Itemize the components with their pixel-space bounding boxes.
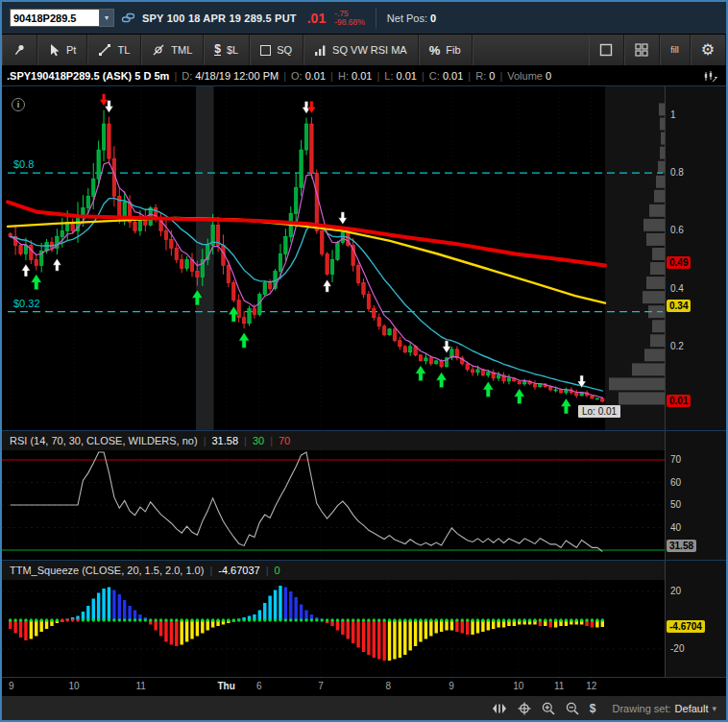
ttm-title: TTM_Squeeze (CLOSE, 20, 1.5, 2.0, 1.0)	[10, 565, 204, 576]
dollar-axis-button[interactable]: $	[590, 702, 596, 715]
chart-style-button[interactable]	[703, 70, 717, 83]
drawing-set-label: Drawing set:	[612, 703, 670, 714]
trendline-midline-tool-button[interactable]: TML	[141, 35, 204, 65]
ttm-squeeze-panel: TTM_Squeeze (CLOSE, 20, 1.5, 2.0, 1.0) |…	[2, 560, 726, 677]
field-label: C:	[429, 70, 440, 82]
button-label: SQ VW RSI MA	[332, 44, 407, 56]
cursor-icon	[48, 43, 61, 57]
zoom-out-icon	[566, 702, 579, 715]
time-axis-label: 6	[256, 681, 262, 691]
drawing-set-selector[interactable]: Drawing set: Default ▾	[612, 703, 716, 714]
price-chart[interactable]: $0.8$0.32	[2, 86, 665, 430]
time-axis-label: 11	[136, 681, 146, 691]
zoom-in-icon	[542, 702, 555, 715]
rsi-axis[interactable]: 7060504031.58	[665, 431, 726, 560]
field-value: 0.01	[305, 70, 326, 82]
toolbar-spacer	[473, 35, 590, 65]
axis-tick: 0.2	[670, 341, 684, 351]
net-pos-label: Net Pos:	[387, 12, 427, 24]
chart-style-icon	[703, 70, 717, 83]
field-value: 0.01	[443, 70, 463, 82]
fib-tool-button[interactable]: % Fib	[419, 35, 473, 65]
instrument-description: SPY 100 18 APR 19 289.5 PUT	[142, 12, 297, 24]
pan-button[interactable]	[492, 703, 507, 714]
time-axis-label: 10	[68, 681, 79, 691]
single-chart-layout-button[interactable]	[589, 35, 624, 65]
price-plot-area: $0.8$0.32 i Lo: 0.01	[2, 86, 665, 430]
field-label: R:	[475, 70, 486, 82]
axis-badge: 0.01	[667, 395, 691, 407]
time-axis-label: 11	[554, 681, 564, 691]
time-axis-label: 9	[449, 681, 454, 691]
grid-icon	[635, 43, 648, 57]
zoom-in-button[interactable]	[542, 702, 555, 715]
info-icon[interactable]: i	[12, 98, 25, 111]
zoom-out-button[interactable]	[566, 702, 579, 715]
studies-preset-button[interactable]: SQ VW RSI MA	[303, 35, 419, 65]
fill-label: fill	[670, 45, 679, 55]
pan-arrows-icon	[492, 703, 507, 714]
drawing-toolbar: Pt TL TML $ $L SQ SQ VW RSI MA % Fib	[2, 35, 726, 66]
rsi-header[interactable]: RSI (14, 70, 30, CLOSE, WILDERS, no) | 3…	[2, 431, 665, 450]
ttm-squeeze-chart[interactable]	[2, 580, 665, 677]
price-chart-panel: $0.8$0.32 i Lo: 0.01 10.80.60.40.20.490.…	[2, 85, 726, 430]
grid-layout-button[interactable]	[624, 35, 660, 65]
percent-icon: %	[429, 43, 441, 58]
button-label: TML	[171, 44, 192, 56]
fill-option-button[interactable]: fill	[660, 35, 691, 65]
field-value: 0	[546, 70, 551, 82]
symbol-dropdown-icon[interactable]: ▾	[100, 9, 114, 27]
button-label: $L	[227, 44, 238, 56]
axis-tick: 0.6	[670, 225, 684, 235]
rsi-chart[interactable]	[2, 450, 665, 560]
time-axis[interactable]: 91011Thu6789101112	[2, 677, 726, 695]
axis-tick: 50	[670, 499, 681, 510]
time-axis-label: 7	[318, 681, 324, 691]
pin-button[interactable]	[2, 35, 37, 65]
field-value: 0.01	[397, 70, 417, 82]
rsi-value: 31.58	[212, 435, 239, 446]
ttm-axis[interactable]: 20-20-4.6704	[665, 561, 726, 677]
button-label: TL	[117, 44, 130, 56]
symbol-input[interactable]	[10, 9, 100, 27]
time-axis-label: Thu	[217, 681, 234, 691]
field-label: O:	[291, 70, 303, 82]
ttm-header[interactable]: TTM_Squeeze (CLOSE, 20, 1.5, 2.0, 1.0) |…	[2, 561, 665, 580]
price-level-tool-button[interactable]: $ $L	[204, 35, 250, 65]
field-label: L:	[384, 70, 393, 82]
chart-symbol-title: .SPY190418P289.5 (ASK) 5 D 5m	[7, 70, 169, 82]
settings-button[interactable]: ⚙	[691, 35, 726, 65]
pointer-tool-button[interactable]: Pt	[37, 35, 87, 65]
button-label: Fib	[446, 44, 460, 56]
svg-text:$0.8: $0.8	[13, 158, 34, 170]
price-level-icon: $	[214, 44, 221, 56]
rsi-lower-band-value: 30	[253, 435, 264, 446]
axis-badge: 0.34	[667, 300, 691, 312]
axis-tick: 70	[670, 454, 681, 465]
ttm-value: -4.67037	[218, 565, 259, 576]
square-tool-button[interactable]: SQ	[250, 35, 303, 65]
drawing-set-value: Default	[675, 703, 709, 714]
trendline-icon	[98, 43, 111, 57]
field-label: Volume	[507, 70, 543, 82]
link-chain-icon[interactable]	[121, 11, 135, 25]
axis-tick: 40	[670, 522, 681, 533]
single-pane-icon	[599, 43, 613, 57]
trendline-tool-button[interactable]: TL	[87, 35, 141, 65]
button-label: Pt	[66, 44, 76, 56]
crosshair-icon	[518, 702, 531, 715]
ttm-extra-value: 0	[275, 565, 280, 576]
time-axis-label: 10	[513, 681, 523, 691]
chart-title-row: .SPY190418P289.5 (ASK) 5 D 5m | D: 4/18/…	[2, 66, 726, 85]
net-position: Net Pos:0	[387, 12, 436, 24]
time-axis-label: 12	[586, 681, 596, 691]
crosshair-button[interactable]	[518, 702, 531, 715]
axis-badge: 0.49	[667, 256, 691, 269]
rsi-upper-band-value: 70	[279, 435, 290, 446]
separator: |	[174, 70, 177, 82]
axis-tick: 20	[670, 586, 681, 596]
price-axis[interactable]: 10.80.60.40.20.490.340.01	[665, 86, 726, 430]
gear-icon: ⚙	[701, 42, 715, 58]
pushpin-icon	[12, 43, 26, 57]
bottom-status-bar: $ Drawing set: Default ▾	[2, 695, 726, 720]
